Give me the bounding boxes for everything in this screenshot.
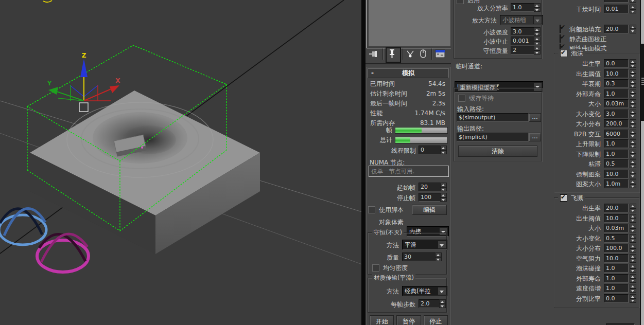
steps-per-frame-spinner[interactable] xyxy=(439,299,446,308)
uniform-density-checkbox[interactable] xyxy=(372,264,379,272)
use-script-checkbox[interactable] xyxy=(368,206,375,213)
param-spinner[interactable] xyxy=(630,150,636,158)
param-field[interactable]: 10.0 xyxy=(604,254,629,263)
wavelet-cutoff-field[interactable]: 0.001 xyxy=(511,37,534,45)
param-spinner[interactable] xyxy=(630,89,636,98)
param-field[interactable]: 1.0 xyxy=(604,89,629,98)
param-field[interactable]: 1.0 xyxy=(604,284,629,293)
param-field[interactable]: 1.0 xyxy=(604,150,629,158)
quality-spinner[interactable] xyxy=(435,252,442,261)
upscale-resolution-spinner[interactable] xyxy=(534,3,541,12)
param-spinner[interactable] xyxy=(630,119,636,128)
param-field[interactable]: 10.0 xyxy=(604,214,629,223)
upscale-method-dropdown[interactable]: 小波精细 xyxy=(500,15,543,25)
dry-time-field[interactable]: 0.01 xyxy=(604,5,629,13)
param-spinner[interactable] xyxy=(630,294,636,303)
param-spinner[interactable] xyxy=(630,99,636,108)
output-browse-button[interactable]: ... xyxy=(529,133,541,141)
param-field[interactable]: 3.0 xyxy=(604,110,629,118)
input-browse-button[interactable]: ... xyxy=(529,113,541,122)
3d-viewport[interactable]: Z Y X xyxy=(0,0,362,325)
thread-limit-field[interactable]: 0 xyxy=(419,146,441,154)
wavelet-cutoff-spinner[interactable] xyxy=(534,37,541,45)
param-spinner[interactable] xyxy=(630,159,636,168)
conservation-method-dropdown[interactable]: 平滑 xyxy=(402,240,447,250)
param-field[interactable]: 20.0 xyxy=(604,204,629,212)
toggle-checkbox[interactable] xyxy=(560,25,561,33)
param-spinner[interactable] xyxy=(630,234,636,243)
param-spinner[interactable] xyxy=(630,59,636,68)
param-field[interactable]: 0.03m xyxy=(604,224,629,232)
clipped-field[interactable] xyxy=(604,0,629,3)
param-spinner[interactable] xyxy=(630,224,636,232)
upscale-resolution-field[interactable]: 1.0 xyxy=(511,3,534,12)
thread-limit-spinner[interactable] xyxy=(440,146,447,154)
pick-object-icon[interactable] xyxy=(406,49,416,59)
enable-checkbox[interactable] xyxy=(457,0,464,4)
param-field[interactable]: 0.0 xyxy=(604,59,629,68)
numa-nodes-field[interactable]: 仅单一节点可用. xyxy=(369,166,449,177)
magenta-dome-gizmo[interactable] xyxy=(37,234,89,272)
cache-wait-checkbox[interactable] xyxy=(458,95,465,102)
output-path-field[interactable]: $(implicit) xyxy=(457,133,529,141)
scrollbar-thumb[interactable] xyxy=(641,44,644,121)
clear-button[interactable]: 清除 xyxy=(458,146,537,157)
param-field[interactable]: 0.3 xyxy=(604,79,629,88)
param-spinner[interactable] xyxy=(630,274,636,283)
splash-checkbox[interactable] xyxy=(560,194,567,202)
param-field[interactable]: 1.0 xyxy=(604,264,629,273)
param-field[interactable]: 10.0 xyxy=(604,69,629,78)
conserve-quality-spinner[interactable] xyxy=(534,46,541,55)
param-field[interactable]: 200.0 xyxy=(604,119,629,128)
sim-control-button[interactable]: 开始 xyxy=(370,315,394,325)
start-frame-spinner[interactable] xyxy=(440,183,447,191)
param-spinner[interactable] xyxy=(630,214,636,223)
param-field[interactable]: 1.0 xyxy=(604,274,629,283)
param-spinner[interactable] xyxy=(630,204,636,212)
foam-checkbox[interactable] xyxy=(560,50,567,57)
blue-dome-gizmo[interactable] xyxy=(0,208,46,245)
stop-frame-field[interactable]: 100 xyxy=(419,193,441,202)
mouse-icon[interactable] xyxy=(419,49,428,59)
param-field[interactable]: 10.0 xyxy=(604,170,629,178)
toggle-checkbox[interactable] xyxy=(560,34,561,43)
wavelet-strength-field[interactable]: 3.0 xyxy=(511,27,534,36)
param-spinner[interactable] xyxy=(630,179,636,188)
param-field[interactable]: 100.0 xyxy=(604,244,629,252)
transform-gizmo[interactable]: Z Y X xyxy=(47,52,121,112)
param-field[interactable]: 0.0 xyxy=(604,294,629,303)
x-axis-arrow[interactable] xyxy=(110,85,119,93)
param-spinner[interactable] xyxy=(630,69,636,78)
clipped-spinner[interactable] xyxy=(630,0,636,3)
param-field[interactable]: 6000 xyxy=(604,130,629,138)
conserve-quality-field[interactable]: 2 xyxy=(511,46,534,55)
stop-frame-spinner[interactable] xyxy=(440,193,447,202)
rollout-header-simulation[interactable]: - 模拟 xyxy=(368,68,449,78)
param-spinner[interactable] xyxy=(630,254,636,263)
edit-script-button[interactable]: 编辑 xyxy=(412,205,447,215)
selection-square[interactable] xyxy=(79,103,88,112)
param-spinner[interactable] xyxy=(630,139,636,148)
param-spinner[interactable] xyxy=(630,244,636,252)
panel-scrollbar[interactable] xyxy=(640,0,644,325)
param-spinner[interactable] xyxy=(630,79,636,88)
pushpin-horizontal-icon[interactable] xyxy=(369,49,379,59)
input-path-field[interactable]: $(simoutput) xyxy=(457,113,529,122)
dry-time-spinner[interactable] xyxy=(630,5,636,13)
quality-field[interactable]: 30 xyxy=(402,252,436,261)
param-spinner[interactable] xyxy=(630,264,636,273)
param-field[interactable]: 1.0m xyxy=(604,179,629,188)
param-field[interactable]: 0.5 xyxy=(604,159,629,168)
param-spinner[interactable] xyxy=(630,130,636,138)
z-axis-arrow[interactable] xyxy=(80,59,88,77)
steps-per-frame-field[interactable]: 2.0 xyxy=(419,299,440,308)
transfer-method-dropdown[interactable]: 经典(半拉 xyxy=(402,286,447,296)
param-field[interactable]: 0.03m xyxy=(604,99,629,108)
param-spinner[interactable] xyxy=(630,170,636,178)
dialog-window-icon[interactable] xyxy=(435,49,446,59)
param-field[interactable]: 0.5 xyxy=(604,234,629,243)
param-spinner[interactable] xyxy=(630,110,636,118)
pushpin-vertical-active-icon[interactable] xyxy=(386,47,401,63)
param-field[interactable]: 1.0 xyxy=(604,139,629,148)
start-frame-field[interactable]: 20 xyxy=(419,183,441,191)
